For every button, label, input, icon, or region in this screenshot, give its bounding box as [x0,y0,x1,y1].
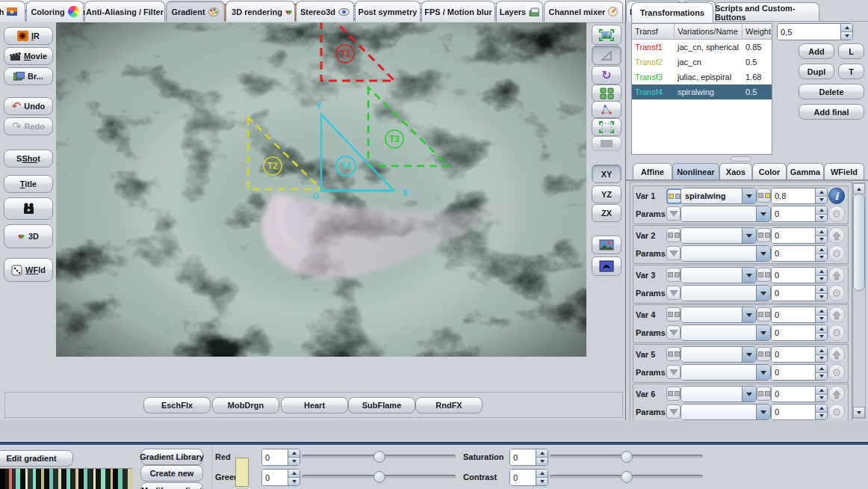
var5-params-expand[interactable] [666,365,681,379]
var5-param-spinner[interactable]: 0 [771,364,828,381]
eschflx-button[interactable]: EschFlx [143,397,211,413]
tab-nonlinear[interactable]: Nonlinear [672,163,719,180]
gear-icon[interactable]: ⚙ [828,285,845,301]
table-row-selected[interactable]: Transf4 spiralwing 0.5 [632,84,772,99]
red-spinner[interactable]: 0 [261,449,300,466]
redo-button[interactable]: ↷ Redo [4,117,53,135]
contrast-spinner[interactable]: 0 [509,469,548,486]
up-arrow-icon[interactable] [828,307,845,323]
var6-toggle-left[interactable] [666,387,681,401]
var3-param-spinner[interactable]: 0 [771,285,828,301]
var6-variation-dropdown[interactable] [681,386,757,402]
fit-view-button[interactable] [592,25,621,45]
selection-area-button[interactable] [592,118,621,136]
green-slider-thumb[interactable] [373,471,385,483]
tab-transformations[interactable]: Transformations [631,2,713,22]
var4-param-spinner[interactable]: 0 [771,325,828,341]
weight-value[interactable]: 0,5 [778,24,840,40]
info-icon[interactable]: i [828,188,845,204]
var3-amount-spinner[interactable]: 0 [771,267,828,283]
var6-params-expand[interactable] [666,405,681,419]
3d-button[interactable]: ♥♥ 3D [4,224,53,248]
scroll-down-arrow[interactable] [853,407,865,418]
var4-params-dropdown[interactable] [681,325,771,341]
var2-variation-dropdown[interactable] [681,227,757,244]
var5-toggle-left[interactable] [666,347,681,361]
delete-button[interactable]: Delete [799,84,864,99]
view-yz-button[interactable]: YZ [592,185,621,203]
var2-params-dropdown[interactable] [681,245,771,262]
var3-variation-dropdown[interactable] [681,267,757,283]
tab-wfield[interactable]: WField [824,163,864,180]
subflame-button[interactable]: SubFlame [348,397,415,413]
add-final-button[interactable]: Add final [799,104,864,120]
tab-coloring[interactable]: Coloring [26,1,84,22]
green-spinner[interactable]: 0 [261,469,300,486]
up-arrow-icon[interactable] [828,346,845,363]
snapshot-disabled-button[interactable] [592,136,621,151]
var4-amount-spinner[interactable]: 0 [771,307,828,323]
var3-params-expand[interactable] [666,286,681,300]
randomize-button[interactable] [592,84,621,102]
undo-button[interactable]: ↶ Undo [4,97,53,115]
tab-post-symmetry[interactable]: Post symmetry [355,1,421,22]
tab-scripts[interactable]: Scripts and Custom-Buttons [714,2,819,22]
background-image-button[interactable] [592,236,621,254]
gear-icon[interactable]: ⚙ [828,245,845,262]
var5-amount-spinner[interactable]: 0 [771,346,828,363]
tab-antialiasing[interactable]: Anti-Aliasing / Filter [84,1,165,22]
var1-params-expand[interactable] [666,206,681,221]
gradient-strip[interactable] [0,468,133,489]
var3-toggle-right[interactable] [757,268,771,282]
var1-param-spinner[interactable]: 0 [771,206,828,222]
gradient-library-button[interactable]: Gradient Library [140,449,203,465]
header-transf[interactable]: Transf [632,24,675,39]
linked-add-button[interactable]: L [838,43,864,59]
var3-toggle-left[interactable] [666,268,681,282]
var4-variation-dropdown[interactable] [681,307,757,323]
scrollbar-thumb[interactable] [853,194,865,291]
mobdrgn-button[interactable]: MobDrgn [212,397,279,413]
contrast-slider-thumb[interactable] [621,471,633,483]
tab-gamma[interactable]: Gamma [787,163,824,180]
create-new-button[interactable]: Create new [140,465,203,482]
tab-partial[interactable]: h [0,1,25,22]
splitter-handle[interactable] [731,156,751,162]
flame-movie-button[interactable] [4,197,53,220]
tab-stereo3d[interactable]: Stereo3d [296,1,354,22]
heart-button[interactable]: Heart [281,397,348,413]
scroll-up-arrow[interactable] [853,183,865,194]
saturation-slider-thumb[interactable] [621,451,633,463]
var5-params-dropdown[interactable] [681,364,771,381]
header-variations[interactable]: Variations/Name [675,24,743,39]
tab-affine[interactable]: Affine [633,163,672,180]
gear-icon[interactable]: ⚙ [828,325,845,341]
table-row[interactable]: Transf1 jac_cn, spherical 0.85 [632,40,772,55]
var3-params-dropdown[interactable] [681,285,771,301]
var5-variation-dropdown[interactable] [681,346,757,363]
weight-spinner[interactable]: 0,5 [777,23,853,40]
tab-fps-motion-blur[interactable]: FPS / Motion blur [421,1,495,22]
gear-icon[interactable]: ⚙ [828,206,845,222]
tab-gradient[interactable]: Gradient [166,1,225,22]
transformations-table[interactable]: Transf Variations/Name Weight Transf1 ja… [631,23,772,155]
view-zx-button[interactable]: ZX [592,204,621,222]
table-row[interactable]: Transf3 juliac, epispiral 1.68 [632,70,772,84]
var2-param-spinner[interactable]: 0 [771,245,828,262]
var4-toggle-right[interactable] [757,307,771,322]
var6-params-dropdown[interactable] [681,404,771,420]
var2-amount-spinner[interactable]: 0 [771,227,828,244]
var1-toggle-right[interactable] [757,188,771,203]
render-flame-button[interactable] [592,256,621,276]
gear-icon[interactable]: ⚙ [828,364,845,381]
browser-button[interactable]: Br... [4,67,53,85]
edit-triangle-mode-button[interactable] [592,46,621,65]
var2-toggle-left[interactable] [666,228,681,242]
wfield-button[interactable]: WFld [4,258,53,282]
tab-channel-mixer[interactable]: Channel mixer [544,1,623,22]
up-arrow-icon[interactable] [828,267,845,283]
chevron-down-icon[interactable] [756,206,770,221]
table-row[interactable]: Transf2 jac_cn 0.5 [632,55,772,70]
transform-add-button[interactable]: T [838,64,864,79]
var2-params-expand[interactable] [666,246,681,260]
